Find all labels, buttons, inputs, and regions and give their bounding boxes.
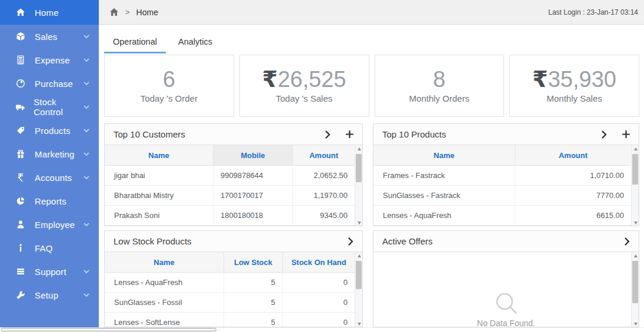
column-header[interactable]: Amount (515, 145, 631, 165)
sidebar-item-marketing[interactable]: Marketing (0, 142, 99, 166)
sidebar-item-label: Expense (35, 55, 70, 65)
scroll-up-button[interactable] (355, 145, 363, 153)
expense-icon (14, 55, 27, 65)
cell-amount: 1,1970.00 (293, 186, 355, 205)
sidebar-item-label: Home (35, 8, 59, 18)
horizontal-scrollbar[interactable] (0, 327, 644, 332)
vertical-scrollbar[interactable] (631, 145, 639, 226)
reports-pie-icon (14, 196, 27, 206)
panel-header: Active Offers (373, 231, 639, 252)
table-header-row: Name Amount (373, 145, 631, 166)
cell-name: Bharatbhai Mistry (105, 186, 213, 205)
sidebar-item-label: Employee (35, 220, 75, 230)
top-customers-panel: Top 10 Customers Name Mobile Amount jiga… (104, 123, 363, 226)
breadcrumb-home-icon[interactable] (109, 8, 119, 16)
table-row: Lenses - AquaFresh 6615.00 (373, 206, 631, 226)
sidebar-item-home[interactable]: Home (0, 0, 99, 25)
table-row: jigar bhai 9909878644 2,0652.50 (105, 166, 355, 186)
sidebar-item-label: Support (35, 267, 66, 277)
stat-card-monthly-orders: 8 Monthly Orders (375, 55, 505, 117)
scrollbar-thumb[interactable] (356, 154, 362, 182)
scroll-down-button[interactable] (355, 219, 363, 226)
sidebar-item-accounts[interactable]: Accounts (0, 166, 99, 189)
column-header[interactable]: Name (105, 145, 213, 165)
low-stock-panel: Low Stock Products Name Low Stock Stock … (104, 230, 363, 327)
panel-title: Low Stock Products (114, 236, 192, 246)
stat-number: 6 (163, 67, 175, 92)
purchase-icon (14, 79, 27, 88)
sidebar-item-setup[interactable]: Setup (0, 283, 99, 307)
scroll-up-button[interactable] (355, 252, 363, 260)
column-header[interactable]: Low Stock (224, 252, 283, 272)
chevron-down-icon (84, 35, 89, 38)
sales-icon (14, 32, 27, 41)
sidebar-item-faq[interactable]: FAQ (0, 236, 99, 260)
stat-value: 6 (163, 68, 175, 92)
vertical-scrollbar[interactable] (355, 145, 362, 226)
sidebar-item-sales[interactable]: Sales (0, 25, 99, 48)
stat-number: 35,930 (548, 67, 616, 92)
scroll-up-button[interactable] (632, 252, 639, 260)
scroll-down-button[interactable] (632, 320, 639, 327)
sidebar-item-products[interactable]: Products (0, 119, 99, 142)
scrollbar-thumb[interactable] (632, 261, 638, 303)
chevron-right-icon[interactable] (625, 237, 630, 246)
table-row: SunGlasses - Fastrack 7770.00 (373, 186, 631, 206)
chevron-down-icon (84, 105, 89, 109)
breadcrumb-separator: > (125, 8, 130, 16)
sidebar-item-stock-control[interactable]: Stock Control (0, 95, 99, 119)
column-header[interactable]: Mobile (213, 145, 293, 165)
accounts-rupee-icon (14, 173, 27, 182)
cell-name: Prakash Soni (105, 206, 213, 225)
cell-mobile: 1700170017 (213, 186, 293, 205)
plus-icon[interactable] (346, 130, 353, 138)
cell-mobile: 9909878644 (213, 166, 293, 185)
stat-value: 8 (433, 68, 445, 92)
chevron-down-icon (84, 270, 89, 273)
main-content: Operational Analytics 6 Today 's Order ₹… (99, 25, 644, 327)
chevron-down-icon (84, 223, 89, 226)
sidebar-item-expense[interactable]: Expense (0, 48, 99, 72)
column-header[interactable]: Name (105, 252, 224, 272)
panel-title: Top 10 Products (382, 129, 446, 139)
cell-name: Lenses - AquaFresh (105, 273, 224, 292)
column-header[interactable]: Amount (293, 145, 355, 165)
chevron-right-icon[interactable] (325, 130, 331, 139)
products-icon (14, 126, 27, 135)
sidebar-item-support[interactable]: Support (0, 260, 99, 283)
tab-operational[interactable]: Operational (104, 32, 166, 53)
plus-icon[interactable] (622, 130, 630, 138)
table-row: Bharatbhai Mistry 1700170017 1,1970.00 (105, 186, 355, 206)
scroll-down-button[interactable] (355, 320, 363, 327)
horizontal-scrollbar-thumb[interactable] (1, 328, 216, 331)
sidebar-item-employee[interactable]: Employee (0, 213, 99, 236)
scrollbar-thumb[interactable] (632, 154, 638, 185)
table-header-row: Name Mobile Amount (105, 145, 355, 166)
panel-header: Low Stock Products (105, 231, 362, 252)
tab-bar: Operational Analytics (104, 32, 221, 53)
scroll-down-button[interactable] (632, 219, 639, 226)
scrollbar-thumb[interactable] (356, 261, 362, 289)
sidebar-item-reports[interactable]: Reports (0, 189, 99, 213)
stat-label: Today 's Sales (276, 93, 332, 103)
chevron-right-icon[interactable] (348, 237, 353, 246)
stat-label: Today 's Order (141, 93, 198, 103)
vertical-scrollbar[interactable] (355, 252, 362, 327)
dashboard-page: Home Sales Expense Purchase (0, 0, 644, 332)
column-header[interactable]: Stock On Hand (283, 252, 355, 272)
chevron-down-icon (84, 58, 89, 62)
scroll-up-button[interactable] (632, 145, 639, 153)
employee-icon (14, 220, 27, 229)
products-table: Name Amount Frames - Fastrack 1,0710.00 … (373, 145, 639, 226)
tab-analytics[interactable]: Analytics (169, 32, 221, 53)
cell-stock-on-hand: 0 (283, 293, 355, 312)
top-products-panel: Top 10 Products Name Amount Frames - Fas… (373, 123, 639, 226)
rupee-symbol: ₹ (262, 67, 278, 92)
sidebar-item-purchase[interactable]: Purchase (0, 72, 99, 95)
chevron-right-icon[interactable] (602, 130, 607, 139)
breadcrumb-current[interactable]: Home (136, 8, 158, 17)
sidebar-item-label: Setup (35, 290, 58, 300)
column-header[interactable]: Name (373, 145, 515, 165)
sidebar: Home Sales Expense Purchase (0, 0, 99, 327)
vertical-scrollbar[interactable] (631, 252, 639, 327)
